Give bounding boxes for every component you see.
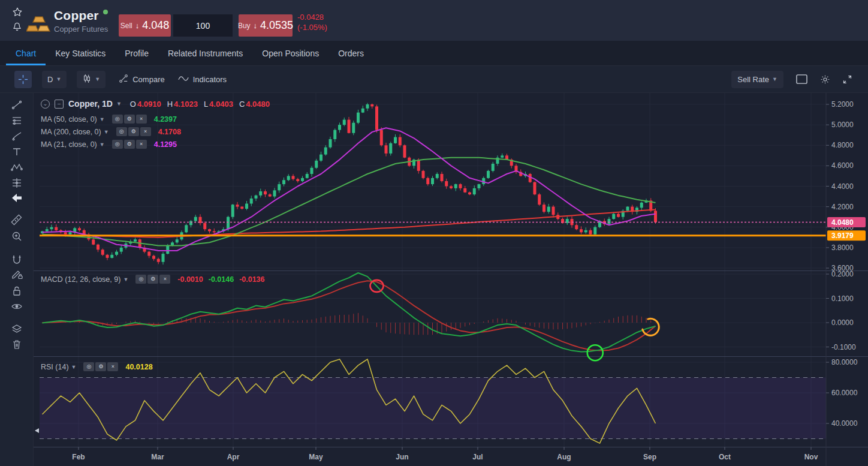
- interval-dropdown[interactable]: D ▼: [42, 71, 67, 88]
- macd-line-value: -0.0146: [209, 275, 234, 284]
- svg-text:May: May: [309, 453, 323, 461]
- close-icon[interactable]: ×: [140, 127, 151, 136]
- tab-orders[interactable]: Orders: [328, 41, 373, 65]
- chevron-down-icon[interactable]: ▼: [116, 101, 122, 107]
- close-icon[interactable]: ×: [107, 362, 118, 371]
- arrow-left-tool-icon[interactable]: [8, 191, 25, 205]
- collapse-pane-icon[interactable]: ⌄: [41, 100, 50, 109]
- eye-icon[interactable]: ◎: [116, 127, 127, 136]
- svg-text:80.0000: 80.0000: [831, 358, 858, 366]
- compare-icon: [119, 74, 128, 85]
- gear-icon[interactable]: ⚙: [124, 140, 135, 149]
- gear-icon[interactable]: ⚙: [124, 115, 135, 124]
- svg-text:0.2000: 0.2000: [831, 270, 854, 278]
- ma200-value: 4.1708: [158, 128, 181, 136]
- ruler-tool-icon[interactable]: [8, 213, 25, 227]
- close-icon[interactable]: ×: [136, 140, 147, 149]
- close-icon[interactable]: ×: [159, 275, 170, 284]
- svg-text:Nov: Nov: [804, 453, 818, 461]
- svg-text:Jul: Jul: [472, 453, 483, 461]
- eye-icon[interactable]: ◎: [112, 115, 123, 124]
- tab-profile[interactable]: Profile: [115, 41, 158, 65]
- horizontal-lines-tool-icon[interactable]: [8, 113, 25, 128]
- compare-button[interactable]: Compare: [119, 71, 164, 88]
- favorite-star-icon[interactable]: [12, 7, 23, 17]
- chevron-down-icon[interactable]: ▼: [123, 276, 128, 282]
- tab-open-positions[interactable]: Open Positions: [252, 41, 328, 65]
- chart-area[interactable]: 5.20005.00004.80004.60004.40004.20004.00…: [34, 93, 868, 466]
- snapshot-icon[interactable]: [795, 74, 808, 85]
- chevron-down-icon[interactable]: ▼: [71, 364, 77, 370]
- instrument-name: Copper: [54, 8, 99, 23]
- eye-icon[interactable]: ◎: [135, 275, 146, 284]
- svg-text:4.4000: 4.4000: [831, 182, 854, 191]
- chevron-down-icon: ▼: [95, 76, 100, 82]
- svg-text:60.0000: 60.0000: [831, 389, 858, 397]
- xabcd-pattern-tool-icon[interactable]: [8, 160, 25, 175]
- svg-text:4.8000: 4.8000: [831, 141, 854, 149]
- svg-text:Aug: Aug: [557, 453, 571, 461]
- price-change: -0.0428 (-1.05%): [297, 12, 327, 32]
- edit-lock-tool-icon[interactable]: [8, 267, 25, 281]
- svg-text:Sep: Sep: [643, 453, 656, 461]
- eye-icon[interactable]: ◎: [112, 140, 123, 149]
- close-icon[interactable]: ×: [136, 115, 147, 124]
- series-title[interactable]: Copper, 1D: [68, 99, 113, 109]
- zoom-in-tool-icon[interactable]: [8, 229, 25, 243]
- crosshair-tool-button[interactable]: [14, 71, 32, 88]
- magnet-tool-icon[interactable]: [8, 252, 25, 267]
- pane-settings-icon[interactable]: –: [55, 100, 64, 109]
- quantity-input[interactable]: 100: [173, 14, 233, 37]
- svg-text:4.2000: 4.2000: [831, 203, 854, 211]
- chevron-down-icon: ▼: [56, 76, 61, 82]
- svg-text:5.2000: 5.2000: [831, 100, 854, 109]
- text-tool-icon[interactable]: [8, 145, 25, 159]
- copper-logo-icon: [26, 14, 52, 38]
- svg-text:40.0000: 40.0000: [831, 419, 858, 428]
- brush-tool-icon[interactable]: [8, 129, 25, 143]
- svg-text:Jun: Jun: [396, 453, 408, 461]
- svg-text:3.8000: 3.8000: [831, 243, 854, 252]
- chart-type-dropdown[interactable]: ▼: [77, 71, 106, 88]
- rate-mode-dropdown[interactable]: Sell Rate ▼: [731, 71, 783, 88]
- chevron-down-icon[interactable]: ▼: [104, 129, 109, 135]
- gear-icon[interactable]: ⚙: [95, 362, 106, 371]
- svg-text:0.0000: 0.0000: [831, 318, 854, 327]
- tab-key-statistics[interactable]: Key Statistics: [46, 41, 115, 65]
- svg-text:Feb: Feb: [72, 453, 85, 461]
- sell-button[interactable]: Sell ↓ 4.048: [119, 14, 171, 37]
- ma21-value: 4.1295: [154, 140, 177, 149]
- chevron-down-icon[interactable]: ▼: [100, 142, 105, 148]
- ma200-legend: MA (200, close, 0)▼ ◎⚙× 4.1708: [41, 127, 181, 136]
- chevron-down-icon[interactable]: ▼: [100, 116, 105, 122]
- buy-down-arrow-icon: ↓: [254, 21, 258, 30]
- layers-tool-icon[interactable]: [8, 322, 25, 336]
- low-value: 4.0403: [209, 100, 233, 109]
- svg-text:5.0000: 5.0000: [831, 121, 854, 129]
- market-open-dot: [103, 10, 108, 14]
- lock-tool-icon[interactable]: [8, 284, 25, 298]
- gear-icon[interactable]: ⚙: [147, 275, 158, 284]
- indicators-button[interactable]: Indicators: [178, 71, 227, 88]
- eye-icon[interactable]: ◎: [83, 362, 94, 371]
- ma50-value: 4.2397: [154, 115, 177, 124]
- fullscreen-icon[interactable]: [842, 74, 852, 85]
- trash-tool-icon[interactable]: [8, 337, 25, 351]
- tab-related-instruments[interactable]: Related Instruments: [158, 41, 252, 65]
- instrument-description: Copper Futures: [54, 25, 108, 34]
- indicators-wave-icon: [178, 75, 189, 84]
- alert-bell-icon[interactable]: [12, 22, 23, 32]
- high-value: 4.1023: [174, 100, 198, 109]
- forecast-tool-icon[interactable]: [8, 176, 25, 190]
- ohlc-values: O4.0910 H4.1023 L4.0403 C4.0480: [130, 100, 270, 109]
- ma21-legend: MA (21, close, 0)▼ ◎⚙× 4.1295: [41, 140, 177, 149]
- tab-chart[interactable]: Chart: [6, 41, 46, 65]
- ma50-legend: MA (50, close, 0)▼ ◎⚙× 4.2397: [41, 115, 177, 124]
- buy-button[interactable]: Buy ↓ 4.0535: [239, 14, 293, 37]
- eye-tool-icon[interactable]: [8, 299, 25, 314]
- trend-line-tool-icon[interactable]: [8, 98, 25, 112]
- svg-text:Mar: Mar: [151, 453, 164, 461]
- gear-icon[interactable]: ⚙: [128, 127, 139, 136]
- settings-gear-icon[interactable]: [820, 74, 830, 85]
- macd-histogram-value: -0.0010: [177, 275, 203, 284]
